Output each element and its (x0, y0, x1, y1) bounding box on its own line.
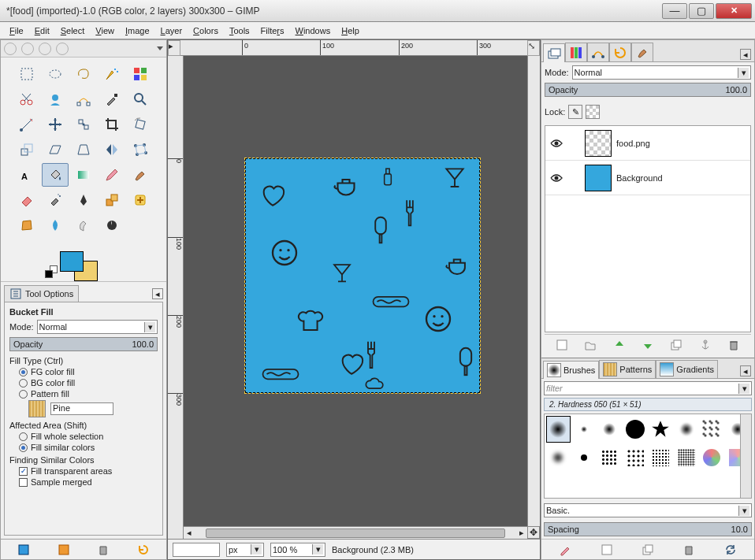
tool-options-tab[interactable]: Tool Options (4, 285, 79, 302)
pattern-fill-radio[interactable]: Pattern fill (19, 389, 158, 399)
menu-filters[interactable]: Filters (256, 24, 289, 37)
duplicate-layer-icon[interactable] (670, 339, 682, 351)
unit-combo[interactable]: px▾ (226, 543, 264, 557)
shear-tool[interactable] (42, 138, 69, 161)
visibility-icon[interactable] (550, 172, 563, 184)
fill-transparent-check[interactable]: Fill transparent areas (19, 466, 158, 476)
paths-tab[interactable] (587, 43, 609, 61)
patterns-tab[interactable]: Patterns (599, 360, 656, 378)
layer-row-food[interactable]: food.png (545, 126, 750, 161)
layer-list[interactable]: food.png Background (545, 125, 751, 332)
layer-row-background[interactable]: Background (545, 161, 750, 195)
duplicate-brush-icon[interactable] (642, 543, 654, 556)
airbrush-tool[interactable] (42, 188, 69, 212)
paths-tool[interactable] (70, 87, 97, 111)
lower-layer-icon[interactable] (642, 339, 654, 351)
by-color-select-tool[interactable] (127, 62, 154, 86)
new-layer-icon[interactable] (556, 339, 568, 351)
ellipse-select-tool[interactable] (42, 62, 69, 86)
smudge-tool[interactable] (70, 213, 97, 237)
ruler-corner[interactable]: ▸ (168, 40, 180, 56)
dock-menu-icon[interactable]: ◂ (740, 49, 751, 60)
fill-similar-radio[interactable]: Fill similar colors (19, 443, 158, 452)
delete-brush-icon[interactable] (682, 543, 695, 556)
align-tool[interactable] (70, 113, 97, 136)
visibility-icon[interactable] (550, 137, 563, 150)
pattern-name-input[interactable]: Pine (50, 402, 113, 415)
menu-file[interactable]: File (5, 24, 28, 37)
menu-windows[interactable]: Windows (291, 24, 336, 37)
menu-edit[interactable]: Edit (30, 24, 54, 37)
brush-editor-tab[interactable] (631, 43, 653, 61)
lock-pixels-icon[interactable]: ✎ (568, 105, 582, 119)
canvas[interactable] (245, 158, 480, 393)
color-swatches[interactable] (1, 242, 166, 281)
sample-merged-check[interactable]: Sample merged (19, 477, 158, 487)
menu-help[interactable]: Help (337, 24, 364, 37)
brush-grid[interactable] (544, 414, 752, 499)
layer-mode-combo[interactable]: Normal▾ (572, 65, 751, 80)
new-brush-icon[interactable] (601, 543, 613, 556)
bg-fill-radio[interactable]: BG color fill (19, 378, 158, 388)
crop-tool[interactable] (99, 113, 125, 136)
dodge-burn-tool[interactable] (99, 213, 125, 237)
dock-menu-icon[interactable]: ◂ (740, 365, 751, 376)
zoom-tool[interactable] (127, 87, 154, 111)
fg-fill-radio[interactable]: FG color fill (19, 367, 158, 376)
horizontal-ruler[interactable]: 0 100 200 300 (180, 40, 527, 56)
flip-tool[interactable] (99, 138, 125, 161)
ink-tool[interactable] (70, 188, 97, 212)
swap-colors-icon[interactable] (45, 270, 53, 278)
mode-combo[interactable]: Normal▾ (37, 320, 158, 334)
dock-menu-icon[interactable] (157, 46, 163, 50)
new-group-icon[interactable] (584, 339, 597, 351)
restore-preset-icon[interactable] (58, 543, 70, 556)
clone-tool[interactable] (99, 188, 125, 212)
vertical-ruler[interactable]: 0 100 200 300 (168, 56, 184, 526)
save-preset-icon[interactable] (17, 543, 30, 556)
menu-tools[interactable]: Tools (225, 24, 255, 37)
rotate-tool[interactable] (127, 113, 154, 136)
free-select-tool[interactable] (70, 62, 97, 86)
blend-tool[interactable] (70, 163, 97, 187)
text-tool[interactable]: A (13, 163, 40, 187)
delete-preset-icon[interactable] (97, 543, 110, 556)
menu-view[interactable]: View (91, 24, 119, 37)
paintbrush-tool[interactable] (127, 163, 154, 187)
layer-name[interactable]: food.png (616, 139, 650, 148)
blur-tool[interactable] (42, 213, 69, 237)
scissor-select-tool[interactable] (13, 87, 40, 111)
pencil-tool[interactable] (99, 163, 125, 187)
gradients-tab[interactable]: Gradients (656, 360, 718, 378)
eraser-tool[interactable] (13, 188, 40, 212)
foreground-select-tool[interactable] (42, 87, 69, 111)
raise-layer-icon[interactable] (613, 339, 626, 351)
lock-alpha-icon[interactable] (586, 105, 600, 119)
move-tool[interactable] (42, 113, 69, 136)
canvas-area[interactable] (184, 56, 527, 526)
zoom-drag-icon[interactable]: ⤡ (527, 40, 540, 56)
channels-tab[interactable] (565, 43, 587, 61)
fill-whole-radio[interactable]: Fill whole selection (19, 432, 158, 441)
opacity-slider[interactable]: Opacity 100.0 (9, 337, 158, 351)
measure-tool[interactable] (13, 113, 40, 136)
layer-opacity-slider[interactable]: Opacity100.0 (545, 83, 751, 97)
edit-brush-icon[interactable] (559, 543, 571, 556)
refresh-brush-icon[interactable] (724, 543, 737, 556)
heal-tool[interactable] (127, 188, 154, 212)
close-button[interactable]: ✕ (716, 3, 752, 19)
brush-filter-input[interactable]: filter▾ (544, 381, 752, 395)
layers-tab[interactable] (543, 43, 565, 62)
brush-preset-combo[interactable]: Basic.▾ (544, 503, 752, 517)
fg-color-swatch[interactable] (60, 251, 84, 272)
brush-spacing-slider[interactable]: Spacing10.0 (544, 522, 752, 536)
brushes-tab[interactable]: Brushes (543, 361, 599, 379)
menu-image[interactable]: Image (121, 24, 154, 37)
navigation-corner-icon[interactable]: ✥ (527, 526, 540, 539)
vertical-scrollbar[interactable] (527, 56, 540, 526)
fuzzy-select-tool[interactable] (99, 62, 125, 86)
perspective-clone-tool[interactable] (13, 213, 40, 237)
reset-preset-icon[interactable] (137, 543, 150, 556)
menu-layer[interactable]: Layer (156, 24, 188, 37)
delete-layer-icon[interactable] (727, 339, 740, 351)
